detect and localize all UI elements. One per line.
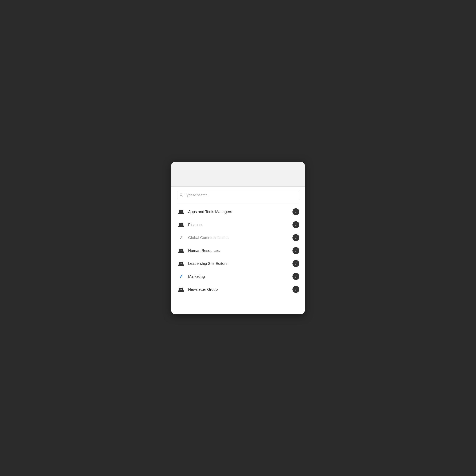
- info-button[interactable]: i: [292, 286, 299, 293]
- list-item[interactable]: Newsletter Group i: [171, 283, 305, 296]
- svg-point-2: [179, 210, 181, 212]
- group-picker-card: Apps and Tools Managers i Finance i ✓ Gl…: [171, 162, 305, 314]
- top-area: [171, 162, 305, 187]
- group-icon: [177, 222, 186, 227]
- group-icon: [177, 287, 186, 292]
- info-button[interactable]: i: [292, 221, 299, 228]
- checkmark-blue-icon: ✓: [177, 274, 186, 279]
- list-item[interactable]: Apps and Tools Managers i: [171, 205, 305, 218]
- item-label: Newsletter Group: [188, 287, 292, 292]
- svg-point-5: [181, 223, 183, 225]
- item-label: Global Communications: [188, 236, 292, 240]
- item-label: Marketing: [188, 274, 292, 279]
- item-label: Finance: [188, 222, 292, 227]
- svg-point-3: [181, 210, 183, 212]
- list-item[interactable]: ✓ Global Communications i: [171, 231, 305, 244]
- svg-point-10: [179, 288, 181, 290]
- group-icon: [177, 261, 186, 266]
- info-button[interactable]: i: [292, 273, 299, 280]
- svg-point-11: [181, 288, 183, 290]
- search-section: [171, 187, 305, 203]
- info-button[interactable]: i: [292, 208, 299, 215]
- item-label: Leadership Site Editors: [188, 261, 292, 266]
- info-button[interactable]: i: [292, 260, 299, 267]
- info-button[interactable]: i: [292, 247, 299, 254]
- svg-point-8: [179, 262, 181, 264]
- checkmark-gray-icon: ✓: [177, 235, 186, 241]
- svg-line-1: [182, 196, 183, 197]
- item-label: Human Resources: [188, 249, 292, 253]
- group-list: Apps and Tools Managers i Finance i ✓ Gl…: [171, 203, 305, 314]
- svg-point-7: [181, 249, 183, 251]
- svg-point-4: [179, 223, 181, 225]
- search-wrapper[interactable]: [177, 191, 299, 199]
- list-item[interactable]: Finance i: [171, 218, 305, 231]
- group-icon: [177, 248, 186, 253]
- info-button[interactable]: i: [292, 234, 299, 241]
- item-label: Apps and Tools Managers: [188, 210, 292, 214]
- group-icon: [177, 209, 186, 214]
- list-item[interactable]: Human Resources i: [171, 244, 305, 257]
- svg-point-9: [181, 262, 183, 264]
- search-input[interactable]: [185, 193, 296, 197]
- search-icon: [180, 193, 183, 197]
- list-item[interactable]: ✓ Marketing i: [171, 270, 305, 283]
- svg-point-6: [179, 249, 181, 251]
- list-item[interactable]: Leadership Site Editors i: [171, 257, 305, 270]
